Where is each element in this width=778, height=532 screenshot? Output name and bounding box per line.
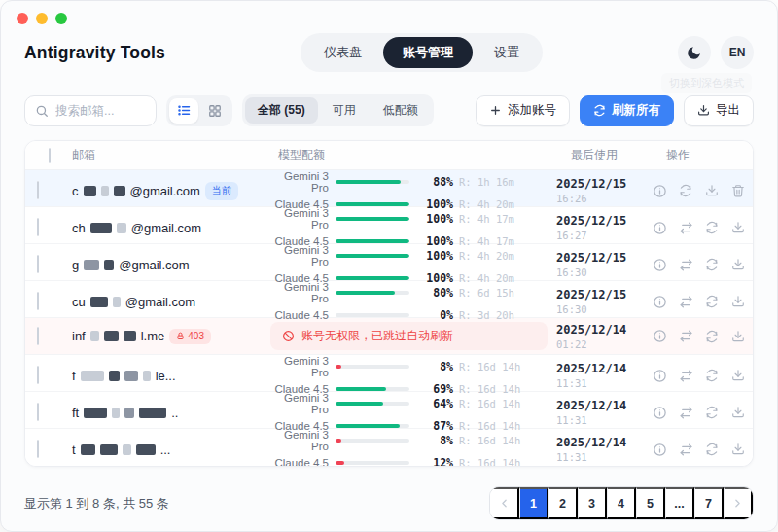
quota-bar [336,254,409,258]
quota-bar [336,202,409,206]
download-icon [731,369,745,382]
row-checkbox[interactable] [37,327,39,345]
close-button[interactable] [17,13,28,24]
email-cell: infl.me403 [64,329,270,344]
theme-toggle-button[interactable] [678,36,711,69]
info-icon [653,329,667,343]
quota-cell: Gemini 3 Pro64%R: 16d 14hClaude 4.587%R:… [270,392,548,433]
download-action-button[interactable] [727,291,749,312]
info-action-button[interactable] [649,217,670,238]
trash-action-button[interactable] [727,180,749,201]
download-action-button[interactable] [727,365,749,386]
page-button-5[interactable]: 5 [636,487,665,519]
swap-action-button[interactable] [675,291,696,312]
info-action-button[interactable] [649,402,670,423]
redacted-block [109,371,120,381]
page-button-3[interactable]: 3 [578,487,607,519]
search-input[interactable] [55,104,146,118]
last-used-date: 2025/12/15 [556,288,645,301]
redacted-block [143,371,151,381]
info-icon [653,258,667,272]
row-checkbox[interactable] [37,218,39,236]
nav-tabs: 仪表盘账号管理设置 [301,33,543,72]
refresh-action-button[interactable] [701,365,723,386]
column-header-email: 邮箱 [64,147,270,163]
language-toggle-button[interactable]: EN [721,36,754,69]
row-checkbox[interactable] [37,181,39,199]
row-checkbox[interactable] [37,366,39,384]
info-action-button[interactable] [649,365,670,386]
quota-reset: R: 16d 14h [459,435,520,446]
page-button-1[interactable]: 1 [519,487,548,519]
filter-2[interactable]: 低配额 [371,97,431,124]
export-label: 导出 [716,102,740,119]
info-action-button[interactable] [649,254,670,275]
refresh-action-button[interactable] [701,217,723,238]
refresh-action-button[interactable] [675,180,696,201]
refresh-action-button[interactable] [701,439,723,460]
last-used-cell: 2025/12/1401:22 [548,323,645,350]
email-text: @gmail.com [119,258,189,272]
quota-cell: Gemini 3 Pro88%R: 1h 16mClaude 4.5100%R:… [270,170,548,211]
info-action-button[interactable] [649,439,670,460]
download-action-button[interactable] [727,254,749,275]
page-button-7[interactable]: 7 [694,487,724,519]
swap-action-button[interactable] [675,254,696,275]
quota-bar-fill [336,402,383,406]
refresh-action-button[interactable] [701,254,723,275]
download-icon [731,443,745,456]
download-action-button[interactable] [701,180,723,201]
quota-line: Claude 4.50%R: 3d 20h [270,308,548,322]
add-account-button[interactable]: 添加账号 [476,95,570,126]
redacted-block [104,331,119,341]
tab-accounts[interactable]: 账号管理 [383,37,473,68]
next-page-button[interactable] [724,487,753,519]
redacted-block [90,223,112,233]
download-action-button[interactable] [727,326,749,347]
row-checkbox[interactable] [37,403,39,421]
download-action-button[interactable] [727,217,749,238]
swap-action-button[interactable] [675,439,696,460]
page-button-2[interactable]: 2 [548,487,578,519]
redacted-block [136,444,156,455]
export-button[interactable]: 导出 [684,95,754,126]
info-action-button[interactable] [649,326,670,347]
zoom-button[interactable] [55,13,67,24]
page-ellipsis[interactable]: ... [665,487,694,519]
swap-action-button[interactable] [675,402,696,423]
email-text: ft [72,406,79,420]
redacted-block [117,223,126,233]
filter-0[interactable]: 全部 (55) [245,97,318,124]
refresh-action-button[interactable] [701,291,723,312]
info-action-button[interactable] [649,180,670,201]
filter-1[interactable]: 可用 [320,97,369,124]
search-box[interactable] [24,95,157,126]
row-checkbox[interactable] [37,440,39,458]
minimize-button[interactable] [36,13,48,24]
email-text: c [72,184,79,198]
swap-action-button[interactable] [675,365,696,386]
badge-label: 当前 [212,184,231,197]
row-checkbox[interactable] [37,292,39,310]
quota-bar-fill [336,365,341,369]
tab-dashboard[interactable]: 仪表盘 [304,37,381,68]
refresh-action-button[interactable] [701,402,723,423]
prev-page-button[interactable] [490,487,519,519]
grid-view-button[interactable] [200,98,230,124]
page-button-4[interactable]: 4 [607,487,636,519]
download-action-button[interactable] [727,439,749,460]
swap-action-button[interactable] [675,326,696,347]
actions-cell [645,180,753,201]
list-view-button[interactable] [169,98,198,124]
badge-label: 403 [188,331,204,341]
table-row: g@gmail.comGemini 3 Pro100%R: 4h 20mClau… [25,244,753,281]
download-action-button[interactable] [727,402,749,423]
row-checkbox[interactable] [37,255,39,273]
swap-action-button[interactable] [675,217,696,238]
tab-settings[interactable]: 设置 [475,37,539,68]
info-action-button[interactable] [649,291,670,312]
refresh-action-button[interactable] [701,326,723,347]
select-all-checkbox[interactable] [49,148,51,163]
refresh-all-button[interactable]: 刷新所有 [580,95,674,126]
last-used-cell: 2025/12/1516:26 [548,177,645,204]
